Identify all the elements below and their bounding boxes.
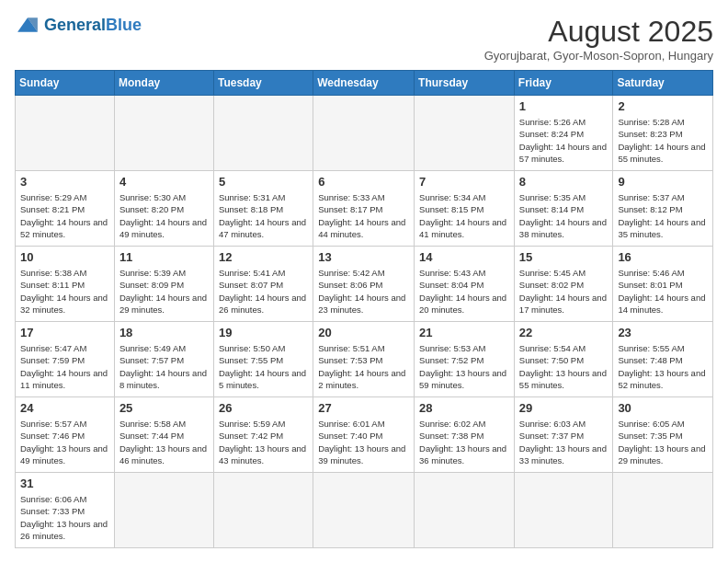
day-number: 2: [618, 99, 708, 113]
day-info: Sunrise: 5:34 AM Sunset: 8:15 PM Dayligh…: [419, 191, 509, 240]
day-number: 8: [519, 175, 609, 189]
day-number: 22: [519, 326, 609, 339]
week-row-2: 10Sunrise: 5:38 AM Sunset: 8:11 PM Dayli…: [16, 247, 713, 322]
day-info: Sunrise: 5:49 AM Sunset: 7:57 PM Dayligh…: [119, 342, 209, 391]
day-info: Sunrise: 5:53 AM Sunset: 7:52 PM Dayligh…: [419, 342, 509, 391]
day-number: 11: [119, 250, 209, 264]
day-number: 20: [318, 326, 409, 339]
calendar-cell: [613, 473, 713, 548]
day-info: Sunrise: 5:41 AM Sunset: 8:07 PM Dayligh…: [219, 267, 308, 316]
calendar-cell: 7Sunrise: 5:34 AM Sunset: 8:15 PM Daylig…: [415, 171, 515, 247]
calendar-cell: 24Sunrise: 5:57 AM Sunset: 7:46 PM Dayli…: [16, 397, 115, 473]
calendar-cell: 23Sunrise: 5:55 AM Sunset: 7:48 PM Dayli…: [613, 322, 713, 397]
day-info: Sunrise: 5:55 AM Sunset: 7:48 PM Dayligh…: [618, 342, 708, 391]
day-number: 31: [20, 477, 109, 490]
day-info: Sunrise: 5:47 AM Sunset: 7:59 PM Dayligh…: [20, 342, 109, 391]
day-number: 29: [519, 401, 609, 415]
calendar-cell: 31Sunrise: 6:06 AM Sunset: 7:33 PM Dayli…: [16, 473, 115, 548]
day-info: Sunrise: 5:28 AM Sunset: 8:23 PM Dayligh…: [618, 116, 708, 165]
day-info: Sunrise: 5:42 AM Sunset: 8:06 PM Dayligh…: [318, 267, 409, 316]
calendar-cell: 13Sunrise: 5:42 AM Sunset: 8:06 PM Dayli…: [313, 247, 415, 322]
title-block: August 2025 Gyorujbarat, Gyor-Moson-Sopr…: [484, 15, 713, 63]
calendar-cell: 21Sunrise: 5:53 AM Sunset: 7:52 PM Dayli…: [415, 322, 515, 397]
location-subtitle: Gyorujbarat, Gyor-Moson-Sopron, Hungary: [484, 49, 713, 63]
month-title: August 2025: [484, 15, 713, 49]
day-number: 25: [119, 401, 209, 415]
day-number: 6: [318, 175, 409, 189]
calendar-cell: 12Sunrise: 5:41 AM Sunset: 8:07 PM Dayli…: [213, 247, 313, 322]
day-info: Sunrise: 5:38 AM Sunset: 8:11 PM Dayligh…: [20, 267, 109, 316]
day-info: Sunrise: 6:03 AM Sunset: 7:37 PM Dayligh…: [519, 418, 609, 466]
calendar-cell: 3Sunrise: 5:29 AM Sunset: 8:21 PM Daylig…: [16, 171, 115, 247]
day-number: 10: [20, 250, 109, 264]
weekday-header-thursday: Thursday: [415, 71, 515, 96]
calendar-cell: 30Sunrise: 6:05 AM Sunset: 7:35 PM Dayli…: [613, 397, 713, 473]
calendar-cell: 22Sunrise: 5:54 AM Sunset: 7:50 PM Dayli…: [514, 322, 613, 397]
calendar-cell: 14Sunrise: 5:43 AM Sunset: 8:04 PM Dayli…: [415, 247, 515, 322]
day-info: Sunrise: 5:58 AM Sunset: 7:44 PM Dayligh…: [119, 418, 209, 466]
day-info: Sunrise: 5:51 AM Sunset: 7:53 PM Dayligh…: [318, 342, 409, 391]
day-info: Sunrise: 5:39 AM Sunset: 8:09 PM Dayligh…: [119, 267, 209, 316]
calendar-table: SundayMondayTuesdayWednesdayThursdayFrid…: [15, 70, 713, 548]
week-row-1: 3Sunrise: 5:29 AM Sunset: 8:21 PM Daylig…: [16, 171, 713, 247]
day-info: Sunrise: 5:26 AM Sunset: 8:24 PM Dayligh…: [519, 116, 609, 165]
calendar-cell: 18Sunrise: 5:49 AM Sunset: 7:57 PM Dayli…: [114, 322, 213, 397]
day-info: Sunrise: 5:35 AM Sunset: 8:14 PM Dayligh…: [519, 191, 609, 240]
calendar-cell: [415, 96, 515, 171]
day-number: 14: [419, 250, 509, 264]
week-row-3: 17Sunrise: 5:47 AM Sunset: 7:59 PM Dayli…: [16, 322, 713, 397]
calendar-cell: 28Sunrise: 6:02 AM Sunset: 7:38 PM Dayli…: [415, 397, 515, 473]
calendar-cell: 5Sunrise: 5:31 AM Sunset: 8:18 PM Daylig…: [213, 171, 313, 247]
calendar-cell: [114, 96, 213, 171]
page-header: GeneralBlue August 2025 Gyorujbarat, Gyo…: [15, 15, 713, 63]
calendar-cell: [16, 96, 115, 171]
day-number: 5: [219, 175, 308, 189]
day-info: Sunrise: 5:30 AM Sunset: 8:20 PM Dayligh…: [119, 191, 209, 240]
calendar-cell: 29Sunrise: 6:03 AM Sunset: 7:37 PM Dayli…: [514, 397, 613, 473]
calendar-cell: 26Sunrise: 5:59 AM Sunset: 7:42 PM Dayli…: [213, 397, 313, 473]
calendar-cell: 9Sunrise: 5:37 AM Sunset: 8:12 PM Daylig…: [613, 171, 713, 247]
day-info: Sunrise: 6:06 AM Sunset: 7:33 PM Dayligh…: [20, 493, 109, 542]
logo-text: GeneralBlue: [44, 16, 142, 35]
calendar-cell: 1Sunrise: 5:26 AM Sunset: 8:24 PM Daylig…: [514, 96, 613, 171]
day-number: 12: [219, 250, 308, 264]
day-number: 4: [119, 175, 209, 189]
week-row-5: 31Sunrise: 6:06 AM Sunset: 7:33 PM Dayli…: [16, 473, 713, 548]
calendar-cell: 27Sunrise: 6:01 AM Sunset: 7:40 PM Dayli…: [313, 397, 415, 473]
day-info: Sunrise: 5:46 AM Sunset: 8:01 PM Dayligh…: [618, 267, 708, 316]
calendar-cell: [313, 473, 415, 548]
calendar-cell: 10Sunrise: 5:38 AM Sunset: 8:11 PM Dayli…: [16, 247, 115, 322]
weekday-header-sunday: Sunday: [16, 71, 115, 96]
calendar-cell: [313, 96, 415, 171]
calendar-cell: 20Sunrise: 5:51 AM Sunset: 7:53 PM Dayli…: [313, 322, 415, 397]
calendar-cell: 17Sunrise: 5:47 AM Sunset: 7:59 PM Dayli…: [16, 322, 115, 397]
day-number: 9: [618, 175, 708, 189]
generalblue-logo-icon: [15, 15, 40, 35]
day-info: Sunrise: 5:57 AM Sunset: 7:46 PM Dayligh…: [20, 418, 109, 466]
day-info: Sunrise: 5:43 AM Sunset: 8:04 PM Dayligh…: [419, 267, 509, 316]
day-info: Sunrise: 5:54 AM Sunset: 7:50 PM Dayligh…: [519, 342, 609, 391]
day-number: 27: [318, 401, 409, 415]
day-info: Sunrise: 5:29 AM Sunset: 8:21 PM Dayligh…: [20, 191, 109, 240]
day-info: Sunrise: 5:37 AM Sunset: 8:12 PM Dayligh…: [618, 191, 708, 240]
day-info: Sunrise: 5:59 AM Sunset: 7:42 PM Dayligh…: [219, 418, 308, 466]
day-info: Sunrise: 6:01 AM Sunset: 7:40 PM Dayligh…: [318, 418, 409, 466]
calendar-cell: [114, 473, 213, 548]
day-number: 15: [519, 250, 609, 264]
calendar-cell: 11Sunrise: 5:39 AM Sunset: 8:09 PM Dayli…: [114, 247, 213, 322]
day-number: 21: [419, 326, 509, 339]
day-number: 13: [318, 250, 409, 264]
day-number: 23: [618, 326, 708, 339]
calendar-cell: 16Sunrise: 5:46 AM Sunset: 8:01 PM Dayli…: [613, 247, 713, 322]
day-number: 16: [618, 250, 708, 264]
calendar-cell: 4Sunrise: 5:30 AM Sunset: 8:20 PM Daylig…: [114, 171, 213, 247]
day-number: 3: [20, 175, 109, 189]
day-number: 1: [519, 99, 609, 113]
day-number: 17: [20, 326, 109, 339]
day-info: Sunrise: 5:50 AM Sunset: 7:55 PM Dayligh…: [219, 342, 308, 391]
day-number: 24: [20, 401, 109, 415]
day-number: 30: [618, 401, 708, 415]
day-info: Sunrise: 6:05 AM Sunset: 7:35 PM Dayligh…: [618, 418, 708, 466]
day-number: 28: [419, 401, 509, 415]
calendar-cell: [213, 96, 313, 171]
